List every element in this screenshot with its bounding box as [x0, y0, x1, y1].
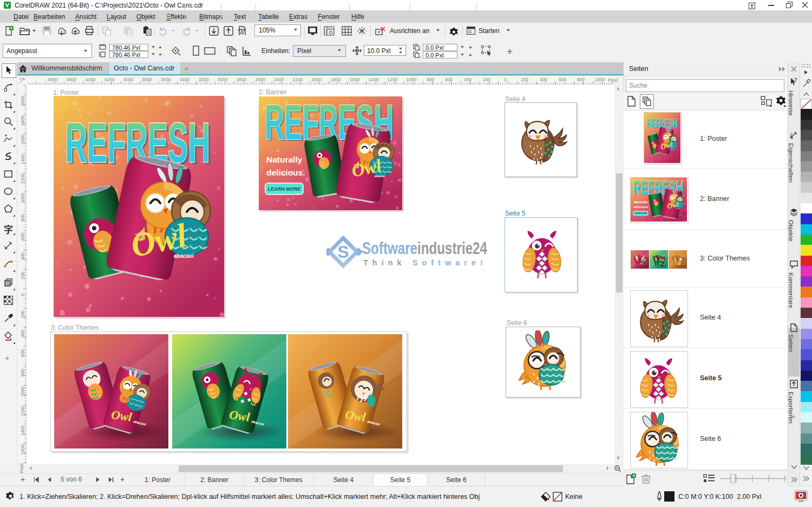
svg-text:Softwareindustrie24: Softwareindustrie24	[362, 239, 487, 258]
svg-text:?: ?	[794, 77, 797, 83]
svg-text:y: y	[419, 55, 421, 58]
svg-text:Think Software!: Think Software!	[363, 258, 487, 267]
svg-text:PDF: PDF	[238, 28, 246, 32]
svg-text:x: x	[419, 48, 421, 50]
svg-text:S: S	[337, 242, 349, 262]
